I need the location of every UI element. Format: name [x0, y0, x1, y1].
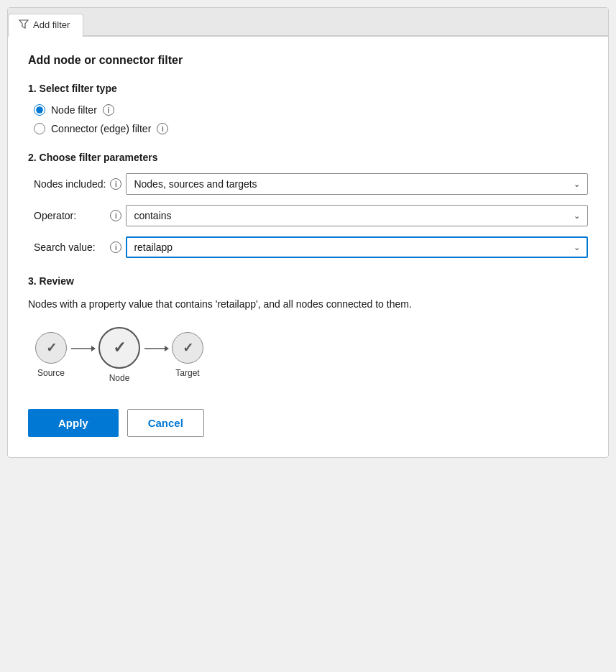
nodes-included-label: Nodes included:: [34, 178, 110, 190]
add-filter-tab[interactable]: Add filter: [8, 14, 83, 37]
search-value-info-icon: i: [110, 241, 121, 253]
node-label: Node: [109, 373, 130, 383]
svg-marker-0: [19, 20, 28, 28]
main-node: ✓ Node: [98, 327, 140, 383]
search-value-chevron-icon: ⌄: [574, 243, 580, 252]
main-content: Add node or connector filter 1. Select f…: [8, 37, 608, 457]
filter-type-group: Node filter i Connector (edge) filter i: [28, 104, 588, 134]
step3-heading: 3. Review: [28, 275, 588, 287]
target-circle: ✓: [172, 332, 203, 364]
arrow-1: [67, 341, 98, 369]
node-filter-label: Node filter: [51, 104, 97, 116]
step3-section: 3. Review Nodes with a property value th…: [28, 275, 588, 383]
svg-marker-4: [165, 346, 169, 351]
operator-label: Operator:: [34, 210, 110, 221]
svg-marker-2: [91, 346, 96, 351]
connector-filter-radio[interactable]: [34, 123, 45, 134]
arrow-1-svg: [70, 341, 96, 356]
target-check-icon: ✓: [183, 340, 193, 356]
node-filter-radio[interactable]: [34, 104, 45, 116]
node-filter-info-icon: i: [103, 104, 114, 116]
filter-diagram: ✓ Source ✓ Node: [28, 327, 588, 383]
source-check-icon: ✓: [46, 340, 57, 356]
step2-section: 2. Choose filter parameters Nodes includ…: [28, 152, 588, 258]
nodes-included-value: Nodes, sources and targets: [134, 178, 257, 190]
step2-heading: 2. Choose filter parameters: [28, 152, 588, 163]
arrow-2: [140, 341, 172, 369]
arrow-2-svg: [143, 341, 169, 356]
tab-bar: Add filter: [8, 8, 608, 37]
cancel-button[interactable]: Cancel: [127, 409, 204, 437]
review-description: Nodes with a property value that contain…: [28, 297, 588, 313]
filter-panel: Add filter Add node or connector filter …: [7, 7, 609, 458]
tab-label: Add filter: [33, 19, 70, 30]
target-node: ✓ Target: [172, 332, 203, 378]
nodes-included-chevron-icon: ⌄: [574, 180, 580, 189]
main-node-check-icon: ✓: [113, 339, 126, 357]
connector-filter-label: Connector (edge) filter: [51, 123, 151, 134]
search-value-value: retailapp: [134, 241, 173, 253]
nodes-included-info-icon: i: [110, 178, 121, 190]
search-value-label: Search value:: [34, 241, 110, 253]
filter-icon: [19, 19, 29, 31]
connector-filter-info-icon: i: [157, 123, 168, 134]
target-label: Target: [175, 368, 199, 378]
panel-title: Add node or connector filter: [28, 54, 588, 67]
params-table: Nodes included: i Nodes, sources and tar…: [28, 173, 588, 258]
button-row: Apply Cancel: [28, 406, 588, 437]
step1-heading: 1. Select filter type: [28, 83, 588, 94]
operator-value: contains: [134, 210, 171, 221]
apply-button[interactable]: Apply: [28, 409, 119, 437]
nodes-included-dropdown[interactable]: Nodes, sources and targets ⌄: [126, 173, 588, 195]
connector-filter-option[interactable]: Connector (edge) filter i: [34, 123, 588, 134]
main-node-circle: ✓: [98, 327, 140, 369]
operator-chevron-icon: ⌄: [574, 211, 580, 221]
operator-dropdown[interactable]: contains ⌄: [126, 205, 588, 226]
source-node: ✓ Source: [35, 332, 67, 378]
step1-section: 1. Select filter type Node filter i Conn…: [28, 83, 588, 134]
source-label: Source: [37, 368, 65, 378]
source-circle: ✓: [35, 332, 67, 364]
operator-info-icon: i: [110, 210, 121, 221]
search-value-dropdown[interactable]: retailapp ⌄: [126, 236, 588, 258]
node-filter-option[interactable]: Node filter i: [34, 104, 588, 116]
